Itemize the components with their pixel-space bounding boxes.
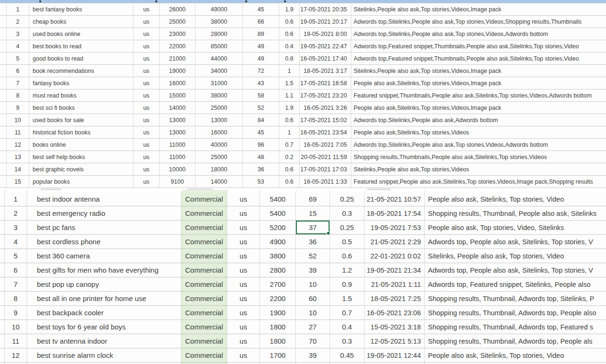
country-cell[interactable]: us bbox=[134, 102, 160, 114]
difficulty-cell[interactable]: 45 bbox=[243, 126, 279, 138]
updated-cell[interactable]: 16-05-2021 1:33 bbox=[300, 176, 351, 187]
volume-cell[interactable]: 3800 bbox=[260, 249, 296, 263]
traffic-cell[interactable]: 38000 bbox=[196, 89, 243, 101]
cpc-cell[interactable]: 0.25 bbox=[330, 192, 365, 206]
country-cell[interactable]: us bbox=[134, 89, 160, 101]
updated-cell[interactable]: 19-05-2021 21:34 bbox=[365, 263, 425, 277]
keyword-cell[interactable]: book recommendations bbox=[29, 65, 134, 77]
row-number-cell[interactable]: 6 bbox=[5, 263, 27, 277]
volume-cell[interactable]: 2200 bbox=[260, 292, 296, 305]
cpc-cell[interactable]: 1.5 bbox=[330, 292, 365, 305]
traffic-cell[interactable]: 13000 bbox=[196, 114, 243, 126]
country-cell[interactable]: us bbox=[227, 206, 260, 220]
row-number-cell[interactable]: 14 bbox=[7, 163, 29, 175]
country-cell[interactable]: us bbox=[134, 139, 160, 151]
difficulty-cell[interactable]: 10 bbox=[296, 306, 330, 320]
difficulty-cell[interactable]: 39 bbox=[296, 263, 330, 277]
difficulty-cell[interactable]: 45 bbox=[243, 3, 279, 15]
serp-features-cell[interactable]: Adwords top,Sitelinks,People also ask,To… bbox=[351, 28, 606, 40]
serp-features-cell[interactable]: People also ask,Sitelinks,Top stories,Vi… bbox=[351, 126, 606, 138]
difficulty-cell[interactable]: 72 bbox=[243, 65, 279, 77]
serp-features-cell[interactable]: People also ask, Sitelinks, Top stories,… bbox=[425, 348, 606, 362]
country-cell[interactable]: us bbox=[134, 40, 160, 52]
difficulty-cell[interactable]: 15 bbox=[296, 206, 330, 220]
cpc-cell[interactable]: 0.2 bbox=[279, 151, 300, 163]
difficulty-cell[interactable]: 53 bbox=[243, 176, 279, 187]
country-cell[interactable]: us bbox=[227, 235, 260, 249]
cpc-cell[interactable]: 0.6 bbox=[279, 114, 300, 126]
serp-features-cell[interactable]: Adwords top,Sitelinks,People also ask,To… bbox=[351, 16, 606, 27]
keyword-cell[interactable]: fantasy books bbox=[29, 77, 134, 89]
updated-cell[interactable]: 21-05-2021 2:29 bbox=[365, 235, 425, 249]
keyword-cell[interactable]: best indoor antenna bbox=[27, 192, 181, 206]
row-number-cell[interactable]: 11 bbox=[5, 334, 27, 348]
difficulty-cell[interactable]: 36 bbox=[243, 163, 279, 175]
keyword-cell[interactable]: best fantasy books bbox=[29, 3, 134, 15]
updated-cell[interactable]: 19-05-2021 7:53 bbox=[365, 221, 425, 234]
volume-cell[interactable]: 26000 bbox=[160, 3, 196, 15]
volume-cell[interactable]: 2800 bbox=[260, 263, 296, 277]
country-cell[interactable]: us bbox=[134, 65, 160, 77]
country-cell[interactable]: us bbox=[227, 306, 260, 320]
cpc-cell[interactable]: 0.6 bbox=[279, 163, 300, 175]
country-cell[interactable]: us bbox=[227, 221, 260, 234]
keyword-cell[interactable]: historical fiction books bbox=[29, 126, 134, 138]
intent-cell[interactable]: Commercial bbox=[181, 292, 227, 305]
row-number-cell[interactable]: 6 bbox=[7, 65, 29, 77]
volume-cell[interactable]: 9100 bbox=[160, 176, 196, 187]
row-number-cell[interactable]: 1 bbox=[5, 192, 27, 206]
serp-features-cell[interactable]: Adwords top,Sitelinks,People also ask,To… bbox=[351, 139, 606, 151]
country-cell[interactable]: us bbox=[134, 53, 160, 64]
row-number-cell[interactable]: 7 bbox=[5, 277, 27, 291]
cpc-cell[interactable]: 1.9 bbox=[279, 3, 300, 15]
traffic-cell[interactable]: 34000 bbox=[196, 65, 243, 77]
country-cell[interactable]: us bbox=[134, 151, 160, 163]
traffic-cell[interactable]: 25000 bbox=[196, 151, 243, 163]
keyword-cell[interactable]: best tv antenna indoor bbox=[27, 334, 181, 348]
volume-cell[interactable]: 5400 bbox=[260, 192, 296, 206]
difficulty-cell[interactable]: 84 bbox=[243, 114, 279, 126]
cpc-cell[interactable]: 0.7 bbox=[279, 139, 300, 151]
updated-cell[interactable]: 16-05-2021 3:26 bbox=[300, 102, 351, 114]
row-number-cell[interactable]: 13 bbox=[7, 151, 29, 163]
updated-cell[interactable]: 19-05-2021 8:00 bbox=[300, 28, 351, 40]
updated-cell[interactable]: 16-05-2021 7:05 bbox=[300, 139, 351, 151]
difficulty-cell[interactable]: 10 bbox=[296, 277, 330, 291]
serp-features-cell[interactable]: Adwords top, Featured snippet, Sitelinks… bbox=[425, 277, 606, 291]
difficulty-cell[interactable]: 39 bbox=[296, 348, 330, 362]
serp-features-cell[interactable]: People also ask,Sitelinks,Top stories,Vi… bbox=[351, 102, 606, 114]
cpc-cell[interactable]: 0.6 bbox=[330, 249, 365, 263]
difficulty-cell[interactable]: 96 bbox=[243, 139, 279, 151]
volume-cell[interactable]: 1900 bbox=[260, 306, 296, 320]
row-number-cell[interactable]: 9 bbox=[7, 102, 29, 114]
updated-cell[interactable]: 19-05-2021 22:47 bbox=[300, 40, 351, 52]
keyword-cell[interactable]: best books to read bbox=[29, 40, 134, 52]
serp-features-cell[interactable]: Shopping results, Thumbnail, People also… bbox=[425, 206, 606, 220]
row-number-cell[interactable]: 1 bbox=[7, 3, 29, 15]
intent-cell[interactable]: Commercial bbox=[181, 277, 227, 291]
volume-cell[interactable]: 22000 bbox=[160, 40, 196, 52]
updated-cell[interactable]: 21-05-2021 1:11 bbox=[365, 277, 425, 291]
intent-cell[interactable]: Commercial bbox=[181, 334, 227, 348]
keyword-cell[interactable]: best 360 camera bbox=[27, 249, 181, 263]
intent-cell[interactable]: Commercial bbox=[181, 192, 227, 206]
volume-cell[interactable]: 2700 bbox=[260, 277, 296, 291]
row-number-cell[interactable]: 5 bbox=[7, 53, 29, 64]
updated-cell[interactable]: 17-05-2021 16:58 bbox=[300, 77, 351, 89]
country-cell[interactable]: us bbox=[227, 334, 260, 348]
volume-cell[interactable]: 19000 bbox=[160, 65, 196, 77]
updated-cell[interactable]: 12-05-2021 5:13 bbox=[365, 334, 425, 348]
volume-cell[interactable]: 13000 bbox=[160, 114, 196, 126]
traffic-cell[interactable]: 16000 bbox=[196, 126, 243, 138]
traffic-cell[interactable]: 25000 bbox=[196, 102, 243, 114]
keyword-cell[interactable]: best sci fi books bbox=[29, 102, 134, 114]
updated-cell[interactable]: 16-05-2021 17:40 bbox=[300, 53, 351, 64]
cpc-cell[interactable]: 0.4 bbox=[279, 40, 300, 52]
intent-cell[interactable]: Commercial bbox=[181, 348, 227, 362]
traffic-cell[interactable]: 31000 bbox=[196, 77, 243, 89]
updated-cell[interactable]: 21-05-2021 10:57 bbox=[365, 192, 425, 206]
country-cell[interactable]: us bbox=[134, 114, 160, 126]
volume-cell[interactable]: 25000 bbox=[160, 16, 196, 27]
row-number-cell[interactable]: 3 bbox=[5, 221, 27, 234]
keyword-cell[interactable]: best pc fans bbox=[27, 221, 181, 234]
